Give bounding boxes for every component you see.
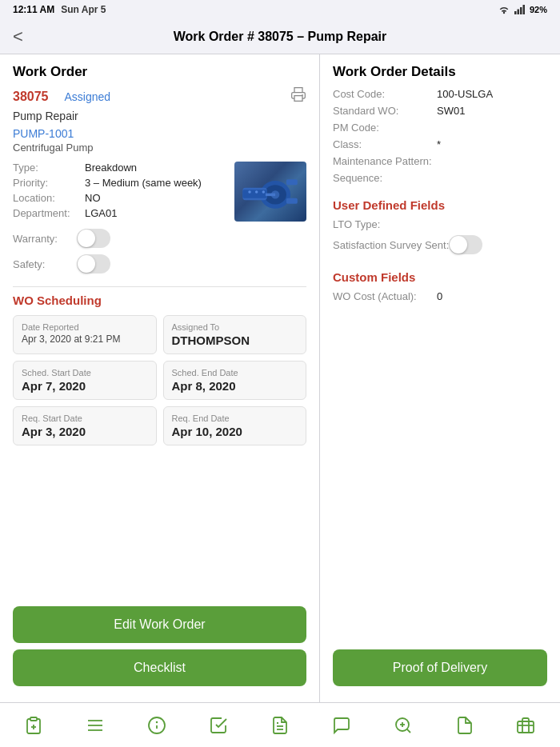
warranty-row: Warranty: [13, 229, 306, 248]
page-title: Work Order # 38075 – Pump Repair [174, 30, 386, 44]
schedule-label-1: Assigned To [172, 322, 298, 332]
wo-number: 38075 [13, 90, 49, 104]
schedule-value-3: Apr 8, 2020 [172, 379, 298, 393]
back-button[interactable]: < [13, 26, 23, 47]
equipment-image-container [234, 162, 306, 222]
svg-rect-12 [286, 198, 298, 204]
nav-list[interactable] [86, 716, 105, 735]
schedule-card-0: Date Reported Apr 3, 2020 at 9:21 PM [13, 315, 157, 354]
svg-point-16 [271, 190, 279, 198]
right-section-title: Work Order Details [333, 64, 547, 80]
schedule-label-0: Date Reported [22, 322, 148, 332]
class-value: * [437, 138, 441, 150]
equipment-image [234, 162, 306, 222]
priority-row: Priority: 3 – Medium (same week) [13, 177, 226, 189]
asset-link[interactable]: PUMP-1001 [13, 127, 306, 140]
safety-toggle[interactable] [77, 254, 110, 274]
nav-chat[interactable] [332, 716, 351, 735]
schedule-card-4: Req. Start Date Apr 3, 2020 [13, 406, 157, 445]
status-date: Sun Apr 5 [61, 4, 106, 15]
status-icons: 92% [498, 5, 547, 14]
left-panel: Work Order 38075 Assigned Pump Repair PU… [0, 54, 320, 702]
satisfaction-toggle[interactable] [449, 235, 482, 254]
nav-file[interactable] [455, 716, 474, 735]
signal-icon [514, 5, 526, 14]
proof-of-delivery-button[interactable]: Proof of Delivery [333, 649, 547, 686]
type-value: Breakdown [85, 162, 137, 174]
schedule-value-4: Apr 3, 2020 [22, 425, 148, 438]
schedule-card-2: Sched. Start Date Apr 7, 2020 [13, 361, 157, 400]
schedule-label-4: Req. Start Date [22, 413, 148, 423]
nav-info[interactable] [147, 716, 166, 735]
right-panel: Work Order Details Cost Code: 100-USLGA … [320, 54, 560, 702]
schedule-card-5: Req. End Date Apr 10, 2020 [163, 406, 307, 445]
svg-point-13 [248, 190, 250, 193]
warranty-toggle[interactable] [77, 229, 110, 248]
nav-transit[interactable] [516, 716, 535, 735]
satisfaction-knob [450, 236, 467, 254]
svg-rect-3 [520, 7, 522, 14]
svg-rect-2 [517, 10, 519, 15]
wo-cost-value: 0 [437, 290, 442, 302]
details-grid: Type: Breakdown Priority: 3 – Medium (sa… [13, 162, 226, 219]
class-row: Class: * [333, 138, 547, 150]
cost-code-label: Cost Code: [333, 88, 437, 100]
type-row: Type: Breakdown [13, 162, 226, 174]
wo-section-title: Work Order [13, 64, 306, 80]
details-with-image: Type: Breakdown Priority: 3 – Medium (sa… [13, 162, 306, 229]
edit-work-order-button[interactable]: Edit Work Order [13, 606, 306, 643]
department-row: Department: LGA01 [13, 207, 226, 219]
svg-point-0 [503, 12, 505, 14]
cost-code-row: Cost Code: 100-USLGA [333, 88, 547, 100]
battery-indicator: 92% [530, 5, 547, 14]
nav-search-doc[interactable] [394, 716, 413, 735]
nav-checklist[interactable] [209, 716, 228, 735]
print-icon[interactable] [290, 86, 306, 106]
wo-header-row: 38075 Assigned [13, 86, 306, 106]
scheduling-title: WO Scheduling [13, 294, 306, 307]
custom-fields-title: Custom Fields [333, 270, 547, 284]
main-content: Work Order 38075 Assigned Pump Repair PU… [0, 54, 560, 702]
schedule-label-3: Sched. End Date [172, 368, 298, 377]
scheduling-grid: Date Reported Apr 3, 2020 at 9:21 PM Ass… [13, 315, 306, 445]
wo-status: Assigned [65, 90, 111, 103]
schedule-card-3: Sched. End Date Apr 8, 2020 [163, 361, 307, 400]
divider-1 [13, 286, 306, 287]
warranty-knob [78, 230, 95, 247]
location-value: NO [85, 192, 101, 204]
status-time: 12:11 AM [13, 4, 54, 15]
safety-label: Safety: [13, 258, 77, 270]
schedule-value-2: Apr 7, 2020 [22, 379, 148, 393]
svg-rect-1 [514, 11, 517, 14]
standard-wo-value: SW01 [437, 105, 465, 117]
department-value: LGA01 [85, 207, 117, 219]
standard-wo-row: Standard WO: SW01 [333, 105, 547, 117]
right-panel-footer: Proof of Delivery [333, 640, 547, 693]
svg-rect-32 [518, 721, 534, 733]
wo-number-status: 38075 Assigned [13, 90, 110, 104]
satisfaction-label: Satisfaction Survey Sent: [333, 239, 449, 251]
svg-rect-4 [522, 5, 525, 14]
checklist-button[interactable]: Checklist [13, 649, 306, 686]
svg-line-29 [406, 729, 410, 732]
class-label: Class: [333, 138, 437, 150]
app-header: < Work Order # 38075 – Pump Repair [0, 19, 560, 54]
nav-report[interactable] [270, 716, 290, 735]
satisfaction-row: Satisfaction Survey Sent: [333, 235, 547, 254]
right-details-list: Cost Code: 100-USLGA Standard WO: SW01 P… [333, 88, 547, 189]
location-row: Location: NO [13, 192, 226, 204]
priority-label: Priority: [13, 177, 85, 189]
svg-point-14 [255, 190, 258, 193]
svg-point-5 [302, 94, 303, 96]
nav-clipboard[interactable] [24, 716, 43, 735]
schedule-card-1: Assigned To DTHOMPSON [163, 315, 307, 354]
cost-code-value: 100-USLGA [437, 88, 493, 100]
safety-row: Safety: [13, 254, 306, 274]
status-bar: 12:11 AM Sun Apr 5 92% [0, 0, 560, 19]
maintenance-pattern-label: Maintenance Pattern: [333, 155, 437, 167]
wifi-icon [498, 5, 510, 14]
sequence-row: Sequence: [333, 172, 547, 184]
asset-description: Centrifugal Pump [13, 142, 306, 154]
pm-code-label: PM Code: [333, 122, 437, 134]
safety-knob [78, 255, 95, 273]
